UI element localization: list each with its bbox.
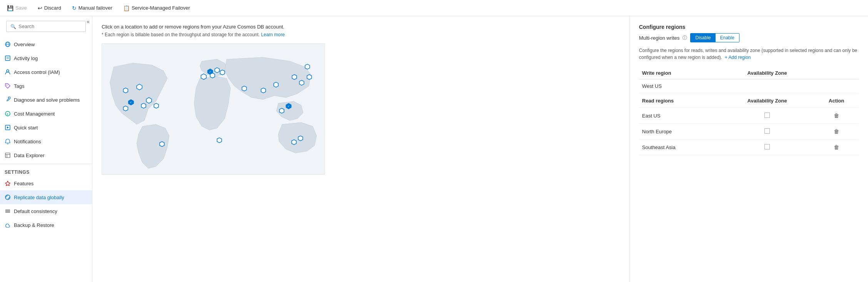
learn-more-link[interactable]: Learn more [261, 32, 284, 37]
map-dot-canada-west[interactable] [123, 88, 128, 93]
sidebar-item-features[interactable]: Features [0, 176, 92, 190]
map-dot-korea[interactable] [299, 80, 304, 85]
sidebar-label-quick-start: Quick start [14, 125, 38, 131]
add-region-link[interactable]: + Add region [725, 55, 751, 60]
map-dot-india[interactable] [261, 88, 266, 93]
svg-marker-35 [307, 75, 312, 80]
sidebar-item-diagnose[interactable]: Diagnose and solve problems [0, 93, 92, 107]
map-dot-southeast-asia[interactable]: ✓ [286, 103, 291, 109]
write-region-az-cell [720, 79, 814, 93]
service-managed-failover-button[interactable]: 📋 Service-Managed Failover [121, 3, 192, 13]
east-us-az-cell[interactable] [720, 108, 814, 124]
table-row: East US 🗑 [639, 108, 859, 124]
svg-marker-11 [7, 126, 9, 129]
north-europe-az-checkbox[interactable] [764, 128, 770, 134]
right-panel: Configure regions Multi-region writes ⓘ … [629, 16, 868, 282]
map-dot-south-africa[interactable] [217, 138, 222, 143]
east-us-az-checkbox[interactable] [764, 112, 770, 118]
discard-button[interactable]: ↩ Discard [35, 3, 64, 13]
svg-point-6 [7, 70, 9, 72]
replicate-icon [5, 194, 11, 200]
map-dot-china[interactable] [274, 82, 278, 87]
features-icon [5, 180, 11, 186]
map-dot-canada[interactable] [137, 84, 142, 90]
sidebar-collapse-button[interactable]: « [87, 18, 90, 25]
sidebar-item-default-consistency[interactable]: Default consistency [0, 204, 92, 218]
settings-section-title: Settings [0, 166, 92, 176]
sidebar-item-iam[interactable]: Access control (IAM) [0, 65, 92, 79]
svg-marker-42 [123, 88, 128, 93]
svg-marker-46 [274, 82, 278, 87]
table-row: North Europe 🗑 [639, 124, 859, 139]
southeast-asia-az-checkbox[interactable] [764, 144, 770, 149]
enable-button[interactable]: Enable [716, 34, 739, 42]
map-dot-europe2[interactable] [215, 68, 219, 73]
sidebar-item-notifications[interactable]: Notifications [0, 134, 92, 148]
save-icon: 💾 [7, 5, 13, 11]
search-box[interactable]: 🔍 [6, 21, 86, 32]
sidebar-item-overview[interactable]: Overview [0, 37, 92, 51]
sidebar-label-iam: Access control (IAM) [14, 69, 60, 75]
read-action-header: Action [814, 93, 859, 108]
svg-marker-34 [299, 80, 304, 85]
svg-marker-36 [261, 88, 266, 93]
save-button[interactable]: 💾 Save [5, 3, 29, 13]
write-region-header: Write region [639, 67, 720, 79]
map-dot-uae[interactable] [242, 86, 247, 91]
sidebar-item-quick-start[interactable]: Quick start [0, 121, 92, 134]
toolbar: 💾 Save ↩ Discard ↻ Manual failover 📋 Ser… [0, 0, 868, 16]
map-dot-australia-central[interactable] [292, 140, 296, 145]
sidebar-item-cost-management[interactable]: $ Cost Management [0, 107, 92, 121]
map-dot-us2[interactable] [141, 103, 146, 108]
world-map-container[interactable]: ✓ ✓ [102, 44, 325, 175]
info-icon[interactable]: ⓘ [682, 35, 687, 41]
svg-marker-48 [305, 64, 310, 69]
map-dot-west-europe[interactable] [201, 74, 206, 80]
disable-button[interactable]: Disable [691, 34, 715, 42]
svg-text:✓: ✓ [130, 101, 132, 104]
east-us-action-cell: 🗑 [814, 108, 859, 124]
map-dot-japan[interactable] [307, 75, 312, 80]
north-europe-az-cell[interactable] [720, 124, 814, 139]
svg-rect-3 [5, 56, 10, 60]
regions-table: Write region Availability Zone West US R… [639, 67, 859, 155]
svg-marker-44 [154, 103, 159, 108]
sidebar-item-replicate-data[interactable]: Replicate data globally [0, 190, 92, 204]
quickstart-icon [5, 124, 11, 131]
multi-region-toggle: Disable Enable [690, 33, 739, 42]
southeast-asia-az-cell[interactable] [720, 139, 814, 155]
manual-failover-button[interactable]: ↻ Manual failover [70, 3, 115, 13]
search-input[interactable] [18, 24, 82, 29]
sidebar-label-activity-log: Activity log [14, 55, 38, 61]
availability-zone-header: Availability Zone [720, 67, 814, 79]
map-dot-us3[interactable] [154, 103, 159, 108]
multi-region-row: Multi-region writes ⓘ Disable Enable [639, 33, 859, 42]
globe-icon [5, 41, 11, 47]
map-dot-east-us[interactable] [146, 97, 152, 103]
sidebar-item-tags[interactable]: Tags [0, 79, 92, 93]
map-dot-europe3[interactable] [220, 70, 225, 75]
map-dot-east-asia[interactable] [292, 75, 297, 80]
north-europe-delete-button[interactable]: 🗑 [832, 128, 841, 135]
svg-marker-40 [298, 136, 303, 141]
sidebar-label-diagnose: Diagnose and solve problems [14, 97, 80, 103]
map-dot-west-us[interactable]: ✓ [128, 99, 134, 105]
southeast-asia-delete-button[interactable]: 🗑 [832, 143, 841, 151]
sidebar-item-activity-log[interactable]: Activity log [0, 51, 92, 65]
map-dot-europe4[interactable] [210, 73, 215, 78]
map-dot-apac[interactable] [305, 64, 310, 69]
sidebar-item-backup-restore[interactable]: Backup & Restore [0, 218, 92, 232]
region-name-southeast-asia: Southeast Asia [639, 139, 720, 155]
read-regions-header: Read regions [639, 93, 720, 108]
configure-title: Configure regions [639, 24, 859, 30]
content-area: Click on a location to add or remove reg… [92, 16, 629, 282]
svg-marker-33 [292, 75, 297, 80]
map-dot-sg2[interactable] [279, 108, 284, 113]
map-dot-brazil[interactable] [160, 142, 164, 147]
map-dot-australia-east[interactable] [298, 136, 303, 141]
sidebar-item-data-explorer[interactable]: Data Explorer [0, 148, 92, 162]
east-us-delete-button[interactable]: 🗑 [832, 112, 841, 119]
cost-icon: $ [5, 111, 11, 117]
svg-marker-30 [210, 73, 215, 78]
map-dot-west-us3[interactable] [123, 106, 128, 111]
